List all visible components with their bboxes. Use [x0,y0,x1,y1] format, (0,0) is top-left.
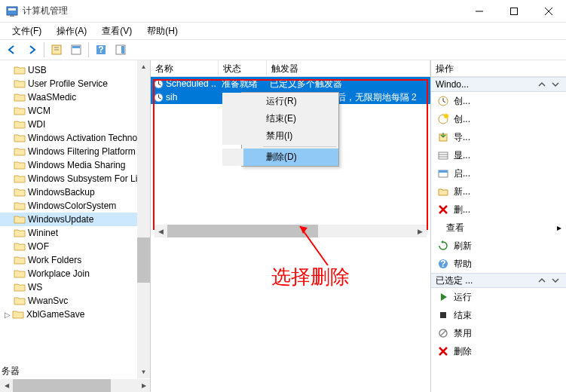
new-task-icon [437,95,449,107]
tree-item[interactable]: Wininet [0,226,150,240]
tree-item[interactable]: WindowsUpdate [0,213,150,226]
action-view[interactable]: 查看 ▸ [431,219,566,237]
tree-item[interactable]: WindowsColorSystem [0,199,150,213]
action-item[interactable]: 删... [431,201,566,219]
tree-item[interactable]: Workplace Join [0,267,150,280]
folder-icon [14,282,26,292]
tree-item[interactable]: WwanSvc [0,294,150,308]
folder-icon [14,268,26,279]
tree-item[interactable]: Windows Filtering Platform [0,145,150,158]
folder-icon [14,119,26,130]
expand-icon[interactable] [549,78,561,90]
action-item[interactable]: 导... [431,128,566,146]
col-status[interactable]: 状态 [219,60,267,76]
stop-icon [437,309,449,321]
tree-item[interactable]: WCM [0,104,150,118]
tree-item[interactable]: Windows Activation Technologies [0,131,150,145]
svg-marker-40 [441,293,447,301]
action-item[interactable]: 创... [431,92,566,110]
tree-label: WindowsUpdate [28,214,93,225]
action-item[interactable]: 创... [431,110,566,128]
properties-button[interactable] [67,41,85,59]
folder-icon [14,296,26,306]
tree-item[interactable]: WDI [0,118,150,131]
task-trigger: 已定义多个触发器 [267,78,430,90]
tree-label: User Profile Service [28,78,108,89]
help-icon: ? [437,258,449,270]
tree-label: Windows Media Sharing [28,160,125,170]
collapse-icon[interactable] [536,274,548,286]
action-refresh[interactable]: 刷新 [431,237,566,255]
tree-vscroll-thumb[interactable] [137,237,150,283]
help-button[interactable]: ? [92,41,110,59]
scroll-right-icon[interactable]: ▶ [137,379,150,392]
scroll-down-icon[interactable]: ▼ [137,366,150,378]
action-item[interactable]: 启... [431,164,566,182]
action-item[interactable]: 删除 [431,342,566,360]
tree-label: WindowsBackup [28,187,95,198]
menu-action[interactable]: 操作(A) [49,23,94,39]
scroll-right-icon[interactable]: ▶ [414,225,427,237]
tree-item[interactable]: WaaSMedic [0,90,150,104]
folder-icon [14,106,26,116]
action-item[interactable]: 显... [431,146,566,164]
tree-label: Windows Subsystem For Linux [28,173,150,184]
tree-vscrollbar[interactable]: ▲ ▼ [137,60,150,378]
action-help[interactable]: ? 帮助 [431,255,566,273]
scroll-left-icon[interactable]: ◀ [0,379,13,392]
menu-file[interactable]: 文件(F) [5,23,49,39]
annotation-text: 选择删除 [271,264,350,290]
action-label: 禁用 [454,327,472,340]
tree-item[interactable]: ▷XblGameSave [0,308,150,321]
tree-item[interactable]: WS [0,280,150,294]
show-all-icon [437,149,449,161]
maximize-button[interactable] [497,0,531,23]
close-button[interactable] [531,0,566,23]
forward-button[interactable] [23,41,41,59]
tree-item[interactable]: USB [0,63,150,77]
tree-item[interactable]: Work Folders [0,253,150,267]
col-name[interactable]: 名称 [151,60,219,76]
action-label: 显... [454,149,470,162]
minimize-button[interactable] [462,0,497,23]
menu-help[interactable]: 帮助(H) [139,23,185,39]
action-item[interactable]: 禁用 [431,324,566,342]
context-disable[interactable]: 禁用(I) [222,127,338,145]
expand-icon[interactable] [549,274,561,286]
action-label: 运行 [454,291,472,304]
actions-section-selected: 已选定 ... [431,273,566,288]
action-item[interactable]: 结束 [431,306,566,324]
list-header: 名称 状态 触发器 [151,60,430,77]
actions-panel: 操作 Windo... 创...创...导...显...启...新...删...… [430,60,566,392]
context-delete[interactable]: 删除(D) [222,149,338,166]
tree-item[interactable]: Windows Media Sharing [0,158,150,172]
tree-item[interactable]: WindowsBackup [0,185,150,199]
menu-view[interactable]: 查看(V) [94,23,139,39]
list-hscroll-thumb[interactable] [167,225,318,237]
tree-item[interactable]: Windows Subsystem For Linux [0,172,150,185]
back-button[interactable] [3,41,21,59]
list-hscrollbar[interactable]: ◀ ▶ [155,225,427,237]
action-item[interactable]: 新... [431,182,566,201]
show-hide-tree-button[interactable] [47,41,66,59]
tree-item[interactable]: User Profile Service [0,77,150,90]
context-run[interactable]: 运行(R) [222,93,338,110]
scroll-up-icon[interactable]: ▲ [137,60,150,73]
action-pane-button[interactable] [112,41,130,59]
folder-icon [14,160,26,170]
folder-icon [14,228,26,238]
col-trigger[interactable]: 触发器 [267,60,430,76]
task-row[interactable]: Scheduled ..准备就绪已定义多个触发器 [151,77,430,90]
action-item[interactable]: 运行 [431,288,566,306]
new-folder-icon [437,185,449,198]
collapse-icon[interactable] [536,78,548,90]
tree-hscrollbar[interactable]: ◀ ▶ [0,379,150,392]
app-icon [6,5,18,17]
context-end[interactable]: 结束(E) [222,110,338,127]
tree-item[interactable]: WOF [0,240,150,253]
scroll-left-icon[interactable]: ◀ [155,225,167,237]
expand-icon[interactable]: ▷ [5,311,12,319]
svg-rect-15 [121,46,124,54]
folder-icon [12,309,24,320]
tree-hscroll-thumb[interactable] [13,379,111,392]
